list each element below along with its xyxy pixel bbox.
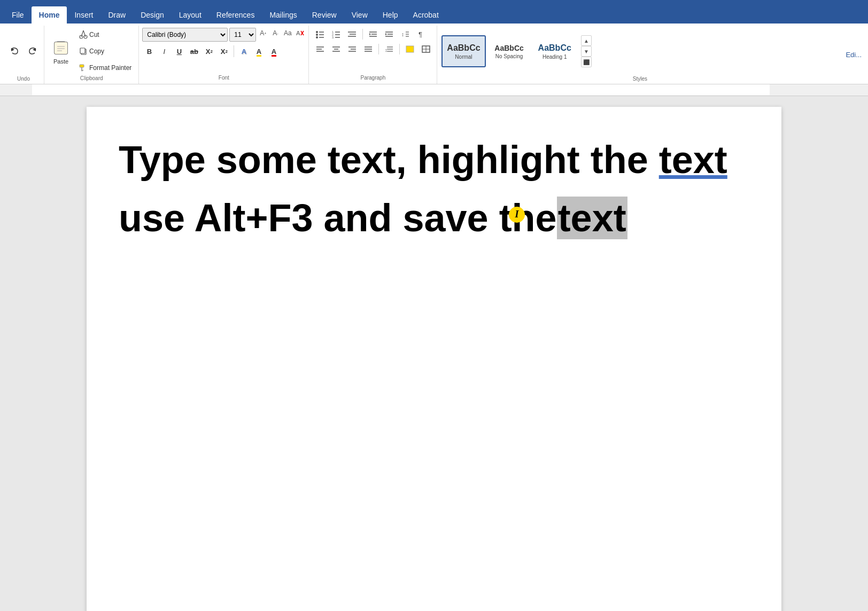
format-painter-button[interactable]: Format Painter — [76, 60, 134, 75]
style-no-spacing-button[interactable]: AaBbCc No Spacing — [488, 35, 531, 67]
document-line1: Type some text, highlight the text — [119, 139, 739, 181]
cut-label: Cut — [89, 31, 99, 38]
style-no-spacing-preview: AaBbCc — [494, 44, 523, 52]
styles-scroll: ▲ ▼ ⬛ — [581, 35, 592, 67]
svg-rect-64 — [406, 46, 414, 52]
borders-button[interactable] — [418, 43, 433, 56]
svg-rect-13 — [80, 48, 85, 53]
numbering-button[interactable]: 1.2.3. — [329, 28, 344, 41]
font-group-label: Font — [142, 75, 305, 82]
tab-view[interactable]: View — [344, 6, 375, 24]
tab-mailings[interactable]: Mailings — [262, 6, 304, 24]
styles-expand[interactable]: ⬛ — [581, 57, 592, 67]
style-heading-label: Heading 1 — [542, 54, 567, 60]
font-group: Calibri (Body) 11 A+ A- Aa A B I U ab X2… — [139, 26, 309, 84]
copy-button[interactable]: Copy — [76, 44, 134, 59]
line-spacing-button[interactable]: ↕ — [382, 43, 397, 56]
paragraph-group: 1.2.3. ↕ ¶ — [309, 26, 437, 84]
tab-layout[interactable]: Layout — [172, 6, 209, 24]
clipboard-group: Paste Cut Copy Format Painter Clipboard — [44, 26, 139, 84]
font-color-button[interactable]: A — [267, 44, 281, 58]
redo-button[interactable] — [25, 44, 41, 59]
format-painter-label: Format Painter — [89, 64, 131, 72]
svg-text:¶: ¶ — [418, 30, 422, 38]
tab-design[interactable]: Design — [133, 6, 172, 24]
ribbon-toolbar: Undo Paste — [0, 24, 868, 84]
cut-button[interactable]: Cut — [76, 27, 134, 42]
svg-rect-4 — [55, 42, 67, 54]
undo-button[interactable] — [6, 44, 22, 59]
tab-help[interactable]: Help — [375, 6, 406, 24]
styles-scroll-down[interactable]: ▼ — [581, 46, 592, 57]
text-highlight-button[interactable]: A — [252, 44, 266, 58]
selected-text-container: text — [557, 197, 627, 239]
bullets-button[interactable] — [313, 28, 328, 41]
align-left-button[interactable] — [313, 43, 328, 56]
ruler: // Inline JS won't run in SVG context, h… — [0, 84, 868, 96]
edit-group: Edi... — [842, 26, 865, 84]
document-line2: use Alt+F3 and save the I text — [119, 197, 739, 239]
font-family-select[interactable]: Calibri (Body) — [142, 28, 228, 42]
style-heading-button[interactable]: AaBbCc Heading 1 — [533, 35, 577, 67]
style-heading-preview: AaBbCc — [538, 43, 571, 53]
svg-rect-69 — [32, 84, 770, 95]
font-size-select[interactable]: 11 — [229, 28, 256, 42]
align-center-button[interactable] — [329, 43, 344, 56]
sort-button[interactable]: ↕ — [398, 28, 413, 41]
font-grow-button[interactable]: A+ — [258, 28, 268, 38]
tab-references[interactable]: References — [209, 6, 262, 24]
multilevel-list-button[interactable] — [345, 28, 360, 41]
decrease-indent-button[interactable] — [366, 28, 381, 41]
svg-marker-42 — [385, 33, 387, 35]
tab-draw[interactable]: Draw — [100, 6, 133, 24]
edit-label[interactable]: Edi... — [846, 51, 862, 59]
show-marks-button[interactable]: ¶ — [414, 28, 429, 41]
svg-text:↕: ↕ — [401, 32, 404, 37]
style-normal-button[interactable]: AaBbCc Normal — [441, 35, 485, 67]
tab-acrobat[interactable]: Acrobat — [406, 6, 446, 24]
svg-point-20 — [316, 31, 318, 33]
svg-marker-38 — [369, 33, 371, 35]
undo-group-label: Undo — [6, 76, 41, 83]
styles-scroll-up[interactable]: ▲ — [581, 35, 592, 46]
increase-indent-button[interactable] — [382, 28, 397, 41]
paragraph-group-label: Paragraph — [312, 75, 433, 82]
svg-point-24 — [316, 36, 318, 38]
document-area: Type some text, highlight the text use A… — [0, 96, 868, 611]
svg-rect-14 — [80, 65, 84, 67]
svg-text:↕: ↕ — [385, 48, 387, 53]
svg-text:A: A — [296, 30, 300, 36]
italic-button[interactable]: I — [157, 44, 171, 58]
tab-file[interactable]: File — [4, 6, 32, 24]
styles-group: AaBbCc Normal AaBbCc No Spacing AaBbCc H… — [437, 26, 842, 84]
document-page[interactable]: Type some text, highlight the text use A… — [87, 107, 781, 611]
copy-label: Copy — [89, 48, 104, 55]
text-effect-button[interactable]: A — [237, 44, 251, 58]
strikethrough-button[interactable]: ab — [187, 44, 201, 58]
tab-home[interactable]: Home — [32, 6, 67, 24]
selected-text: text — [557, 197, 627, 239]
undo-group: Undo — [3, 26, 44, 84]
paste-label: Paste — [53, 58, 68, 65]
svg-text:3.: 3. — [332, 36, 334, 39]
tab-review[interactable]: Review — [305, 6, 344, 24]
style-normal-preview: AaBbCc — [447, 43, 480, 53]
tab-insert[interactable]: Insert — [67, 6, 100, 24]
ribbon-tabs: File Home Insert Draw Design Layout Refe… — [0, 0, 868, 24]
change-case-button[interactable]: Aa — [282, 28, 293, 38]
subscript-button[interactable]: X2 — [202, 44, 216, 58]
align-right-button[interactable] — [345, 43, 360, 56]
clipboard-label: Clipboard — [49, 75, 134, 82]
bold-button[interactable]: B — [142, 44, 156, 58]
superscript-button[interactable]: X2 — [217, 44, 231, 58]
justify-button[interactable] — [361, 43, 376, 56]
svg-point-22 — [316, 34, 318, 36]
line2-text-start: use Alt+F3 and save the — [119, 197, 557, 239]
clear-format-button[interactable]: A — [294, 28, 305, 38]
underline-button[interactable]: U — [172, 44, 186, 58]
shading-button[interactable] — [402, 43, 417, 56]
font-shrink-button[interactable]: A- — [270, 28, 281, 38]
text-cursor-indicator: I — [509, 207, 525, 223]
style-no-spacing-label: No Spacing — [495, 53, 523, 59]
paste-button[interactable]: Paste — [49, 35, 73, 67]
